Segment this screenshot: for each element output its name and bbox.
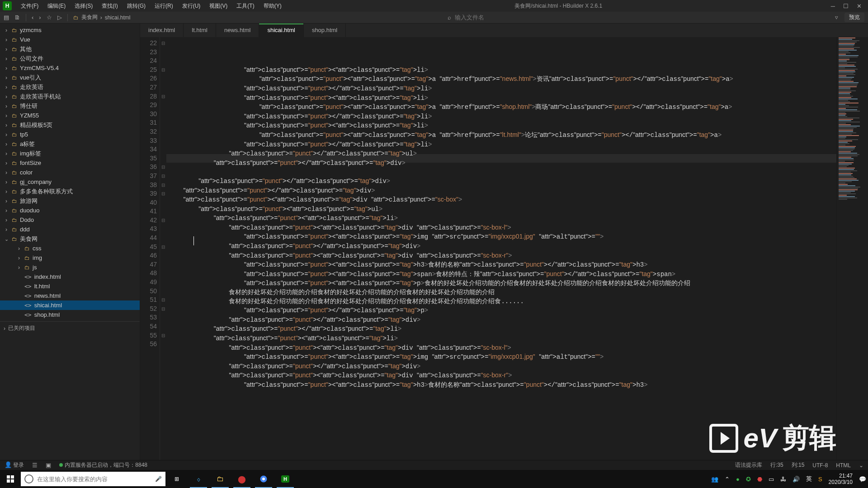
folder-item[interactable]: 🗀js [0,263,140,272]
file-item[interactable]: <>news.html [0,291,140,300]
folder-item[interactable]: 🗀走欣英语手机站 [0,92,140,101]
file-item[interactable]: <>shicai.html [0,300,140,310]
hbuilder-app-icon[interactable]: H [275,470,296,488]
folder-item[interactable]: 🗀其他 [0,44,140,54]
folder-item[interactable]: 🗀公司文件 [0,54,140,63]
mic-icon[interactable]: 🎤 [155,476,162,482]
encoding[interactable]: UTF-8 [812,462,828,469]
wechat-icon[interactable]: ● [736,476,740,483]
folder-item[interactable]: 🗀duoduo [0,206,140,215]
folder-item[interactable]: 🗀旅游网 [0,196,140,206]
panel-icon[interactable]: ☰ [32,462,38,469]
people-icon[interactable]: 👥 [711,476,718,483]
task-view-icon[interactable]: ⊞ [166,470,187,488]
folder-item[interactable]: 🗀博仕研 [0,101,140,111]
menu-goto[interactable]: 跳转(G) [123,0,150,12]
minimize-icon[interactable]: ─ [831,3,835,9]
breadcrumb-file[interactable]: shicai.html [105,14,131,21]
folder-item[interactable]: 🗀img [0,253,140,263]
star-icon[interactable]: ☆ [47,14,52,21]
menu-publish[interactable]: 发行(U) [178,0,205,12]
filter-icon[interactable]: ▿ [835,14,838,21]
file-item[interactable]: <>lt.html [0,282,140,291]
battery-icon[interactable]: ▭ [769,476,774,483]
sidebar-toggle-icon[interactable]: ▤ [4,14,9,21]
menu-find[interactable]: 查找(I) [97,0,122,12]
windows-start-button[interactable] [0,470,21,488]
syntax-hint-lib[interactable]: 语法提示库 [735,461,762,469]
maximize-icon[interactable]: ☐ [843,3,849,9]
folder-item[interactable]: 🗀YzmCMS-V5.4 [0,63,140,73]
folder-item[interactable]: 🗀走欣英语 [0,82,140,92]
folder-item[interactable]: 🗀yzmcms [0,25,140,35]
folder-item[interactable]: 🗀Dodo [0,215,140,225]
file-item[interactable]: <>index.html [0,272,140,282]
breadcrumb-folder[interactable]: 美食网 [81,14,98,21]
close-icon[interactable]: ✕ [857,3,862,9]
folder-item[interactable]: 🗀color [0,168,140,177]
nav-forward-icon[interactable]: › [39,14,41,21]
fold-gutter[interactable]: ⊟ ⊟ ⊟ ⊟⊟⊟⊟ ⊟ ⊟ ⊟⊟ ⊟ [160,37,166,460]
login-label[interactable]: 登录 [13,462,24,468]
editor-tab[interactable]: news.html [216,23,259,37]
folder-item[interactable]: 🗀tp5 [0,130,140,139]
menu-select[interactable]: 选择(S) [70,0,97,12]
volume-icon[interactable]: 🔊 [793,476,800,483]
security-icon[interactable]: ⬣ [757,476,762,483]
file-search-input[interactable] [455,14,518,21]
menu-run[interactable]: 运行(R) [150,0,178,12]
save-icon[interactable]: 🗎 [14,14,20,21]
folder-item[interactable]: 🗀精品模板5页 [0,120,140,130]
menu-tools[interactable]: 工具(T) [232,0,259,12]
user-icon[interactable]: 👤 [5,461,12,468]
notification-icon[interactable]: 💬 [859,476,866,483]
nav-back-icon[interactable]: ‹ [32,14,33,21]
network-icon[interactable]: 🖧 [780,476,786,483]
menu-help[interactable]: 帮助(Y) [259,0,286,12]
folder-item[interactable]: 🗀美食网 [0,234,140,244]
menu-file[interactable]: 文件(F) [16,0,43,12]
folder-item[interactable]: 🗀gj_company [0,177,140,187]
folder-item[interactable]: 🗀Vue [0,35,140,44]
recorder-app-icon[interactable]: ⬤ [231,470,252,488]
folder-item[interactable]: 🗀img标签 [0,149,140,158]
file-item[interactable]: <>shop.html [0,310,140,319]
folder-item[interactable]: 🗀css [0,244,140,253]
folder-item[interactable]: 🗀fontSize [0,158,140,168]
terminal-icon[interactable]: ▣ [46,462,51,469]
language-mode[interactable]: HTML [836,462,851,469]
chrome-app-icon[interactable] [253,470,274,488]
editor-tab[interactable]: index.html [140,23,184,37]
code-editor[interactable]: "attr">class"punct">="punct"><"attr">cla… [166,37,836,460]
taskbar-search[interactable]: 🎤 [21,472,165,486]
menu-edit[interactable]: 编辑(E) [43,0,70,12]
preview-button[interactable]: 预览 [844,13,864,22]
folder-item[interactable]: 🗀ddd [0,225,140,234]
taskbar-search-input[interactable] [37,476,151,483]
closed-projects[interactable]: › 已关闭项目 [0,321,140,335]
cursor-col[interactable]: 列:15 [792,461,805,469]
line-gutter[interactable]: 2223242526272829303132333435363738394041… [140,37,160,460]
tray-app-icon[interactable]: ✪ [746,476,751,483]
ime-indicator[interactable]: 英 [806,475,812,483]
file-explorer-app-icon[interactable]: 🗀 [210,470,231,488]
editor-tab[interactable]: shop.html [304,23,346,37]
sogou-ime-icon[interactable]: S [818,476,822,483]
tray-chevron-icon[interactable]: ⌃ [725,476,730,483]
cursor-line[interactable]: 行:35 [770,461,783,469]
search-icon[interactable]: ⌕ [448,14,451,21]
folder-item[interactable]: 🗀YZM55 [0,111,140,120]
svg-rect-2 [7,479,10,483]
folder-item[interactable]: 🗀vue引入 [0,73,140,82]
minimap[interactable] [836,37,868,460]
run-icon[interactable]: ▷ [57,14,62,21]
folder-item[interactable]: 🗀多多鱼各种联系方式 [0,187,140,196]
vscode-app-icon[interactable]: ⬨ [188,470,209,488]
folder-item[interactable]: 🗀a标签 [0,139,140,149]
file-explorer[interactable]: 🗀yzmcms🗀Vue🗀其他🗀公司文件🗀YzmCMS-V5.4🗀vue引入🗀走欣… [0,23,140,460]
editor-tab[interactable]: lt.html [184,23,216,37]
taskbar-clock[interactable]: 21:47 2020/3/10 [829,473,853,486]
menu-view[interactable]: 视图(V) [205,0,232,12]
editor-tab[interactable]: shicai.html [259,23,303,37]
chevron-down-icon[interactable]: ⌄ [859,462,863,469]
